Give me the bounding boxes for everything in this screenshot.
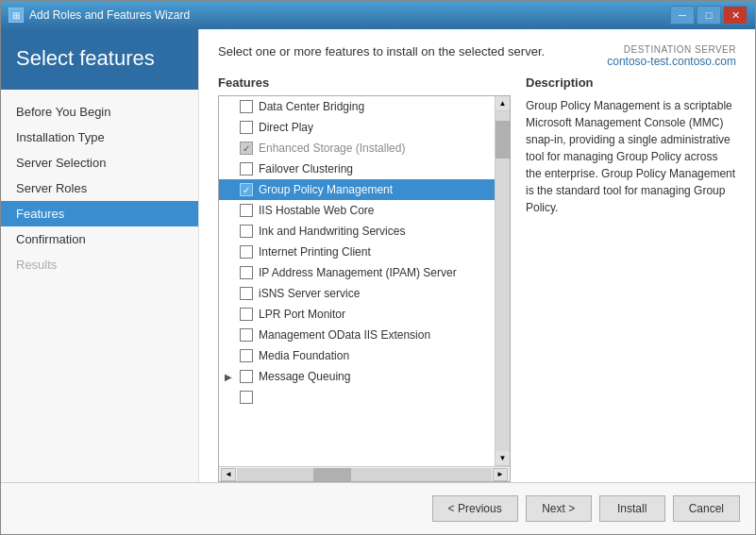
checkbox-data-center-bridging[interactable] (240, 100, 253, 113)
vertical-scrollbar: ▲ ▼ (495, 96, 510, 466)
feature-item-iis-hostable-web-core[interactable]: IIS Hostable Web Core (219, 200, 495, 221)
checkbox-lpr-port-monitor[interactable] (240, 308, 253, 321)
feature-label-internet-printing-client: Internet Printing Client (259, 245, 371, 259)
sidebar-item-before-you-begin[interactable]: Before You Begin (1, 99, 198, 125)
description-panel: Description Group Policy Management is a… (526, 75, 736, 482)
cancel-button[interactable]: Cancel (673, 495, 740, 522)
maximize-button[interactable]: □ (697, 6, 721, 25)
main-window: ⊞ Add Roles and Features Wizard ─ □ ✕ Se… (0, 0, 756, 535)
feature-label-direct-play: Direct Play (259, 121, 313, 134)
sidebar-item-confirmation[interactable]: Confirmation (1, 226, 198, 252)
sidebar-item-server-roles[interactable]: Server Roles (1, 176, 198, 201)
feature-item-internet-printing-client[interactable]: Internet Printing Client (219, 242, 495, 262)
description-label: Description (526, 75, 736, 90)
features-section: Features Data Center BridgingDirect Play… (199, 75, 755, 482)
feature-label-data-center-bridging: Data Center Bridging (259, 100, 364, 113)
sidebar-item-installation-type[interactable]: Installation Type (1, 125, 198, 150)
scroll-thumb[interactable] (496, 121, 510, 159)
feature-label-ipam-server: IP Address Management (IPAM) Server (259, 266, 457, 279)
feature-item-failover-clustering[interactable]: Failover Clustering (219, 159, 495, 179)
scroll-left-button[interactable]: ◄ (221, 468, 236, 481)
scroll-right-button[interactable]: ► (493, 468, 508, 481)
feature-item-ink-handwriting[interactable]: Ink and Handwriting Services (219, 221, 495, 242)
title-bar-controls: ─ □ ✕ (670, 6, 748, 25)
feature-item-group-policy-management[interactable]: ✓Group Policy Management (219, 179, 495, 200)
sidebar-item-results: Results (1, 252, 198, 277)
destination-label: DESTINATION SERVER (607, 44, 736, 55)
sidebar-title: Select features (16, 46, 183, 71)
previous-button[interactable]: < Previous (432, 495, 518, 522)
checkbox-group-policy-management[interactable]: ✓ (240, 183, 253, 196)
title-bar: ⊞ Add Roles and Features Wizard ─ □ ✕ (1, 1, 755, 29)
feature-item-message-queuing[interactable]: ▶Message Queuing (219, 366, 495, 387)
footer: < Previous Next > Install Cancel (1, 482, 755, 534)
checkbox-enhanced-storage[interactable]: ✓ (240, 142, 253, 155)
hscroll-track (237, 468, 492, 481)
feature-item-direct-play[interactable]: Direct Play (219, 117, 495, 138)
feature-label-message-queuing: Message Queuing (259, 370, 350, 383)
feature-label-ink-handwriting: Ink and Handwriting Services (259, 225, 405, 238)
scroll-down-button[interactable]: ▼ (496, 451, 511, 466)
scroll-up-button[interactable]: ▲ (496, 96, 511, 111)
feature-label-iis-hostable-web-core: IIS Hostable Web Core (259, 204, 375, 217)
checkbox-internet-printing-client[interactable] (240, 245, 253, 259)
checkbox-isns-server[interactable] (240, 287, 253, 300)
feature-item-isns-server[interactable]: iSNS Server service (219, 283, 495, 304)
feature-item-lpr-port-monitor[interactable]: LPR Port Monitor (219, 304, 495, 325)
features-list-scroll[interactable]: Data Center BridgingDirect Play✓Enhanced… (219, 96, 495, 466)
feature-label-media-foundation: Media Foundation (259, 349, 349, 362)
main-content: Select one or more features to install o… (199, 29, 755, 482)
destination-server: contoso-test.contoso.com (607, 55, 736, 68)
feature-item-media-foundation[interactable]: Media Foundation (219, 345, 495, 366)
checkbox-ipam-server[interactable] (240, 266, 253, 279)
features-label: Features (218, 75, 511, 90)
checkbox-ink-handwriting[interactable] (240, 225, 253, 238)
sidebar: Select features Before You Begin Install… (1, 29, 199, 482)
feature-item-partial[interactable] (219, 387, 495, 408)
feature-item-ipam-server[interactable]: IP Address Management (IPAM) Server (219, 262, 495, 283)
window-title: Add Roles and Features Wizard (29, 8, 190, 22)
feature-item-data-center-bridging[interactable]: Data Center Bridging (219, 96, 495, 117)
features-list-inner: Data Center BridgingDirect Play✓Enhanced… (219, 96, 510, 466)
sidebar-nav: Before You Begin Installation Type Serve… (1, 90, 198, 287)
horizontal-scrollbar: ◄ ► (219, 466, 510, 481)
feature-label-enhanced-storage: Enhanced Storage (Installed) (259, 142, 405, 155)
checkbox-partial[interactable] (240, 391, 253, 404)
checkbox-failover-clustering[interactable] (240, 162, 253, 176)
feature-label-lpr-port-monitor: LPR Port Monitor (259, 308, 345, 321)
feature-label-group-policy-management: Group Policy Management (259, 183, 393, 196)
next-button[interactable]: Next > (526, 495, 592, 522)
feature-item-management-odata[interactable]: Management OData IIS Extension (219, 325, 495, 345)
destination-info: DESTINATION SERVER contoso-test.contoso.… (607, 44, 736, 68)
checkbox-iis-hostable-web-core[interactable] (240, 204, 253, 217)
close-button[interactable]: ✕ (723, 6, 748, 25)
checkbox-direct-play[interactable] (240, 121, 253, 134)
hscroll-thumb[interactable] (313, 468, 351, 481)
description-text: Group Policy Management is a scriptable … (526, 97, 736, 216)
feature-label-isns-server: iSNS Server service (259, 287, 360, 300)
checkbox-media-foundation[interactable] (240, 349, 253, 362)
scroll-track (496, 111, 510, 451)
app-icon: ⊞ (8, 8, 24, 23)
main-instruction: Select one or more features to install o… (218, 44, 607, 59)
features-list-container: Features Data Center BridgingDirect Play… (218, 75, 511, 482)
title-bar-left: ⊞ Add Roles and Features Wizard (8, 8, 190, 23)
sidebar-item-server-selection[interactable]: Server Selection (1, 150, 198, 176)
sidebar-item-features[interactable]: Features (1, 201, 198, 226)
checkbox-message-queuing[interactable] (240, 370, 253, 383)
expand-icon-message-queuing[interactable]: ▶ (225, 372, 240, 382)
feature-item-enhanced-storage[interactable]: ✓Enhanced Storage (Installed) (219, 138, 495, 159)
feature-label-management-odata: Management OData IIS Extension (259, 328, 430, 342)
features-list-wrapper: Data Center BridgingDirect Play✓Enhanced… (218, 95, 511, 482)
install-button[interactable]: Install (599, 495, 665, 522)
minimize-button[interactable]: ─ (670, 6, 695, 25)
main-header: Select one or more features to install o… (199, 29, 755, 75)
feature-label-failover-clustering: Failover Clustering (259, 162, 353, 176)
content-area: Select features Before You Begin Install… (1, 29, 755, 482)
checkbox-management-odata[interactable] (240, 328, 253, 342)
sidebar-header: Select features (1, 29, 198, 90)
